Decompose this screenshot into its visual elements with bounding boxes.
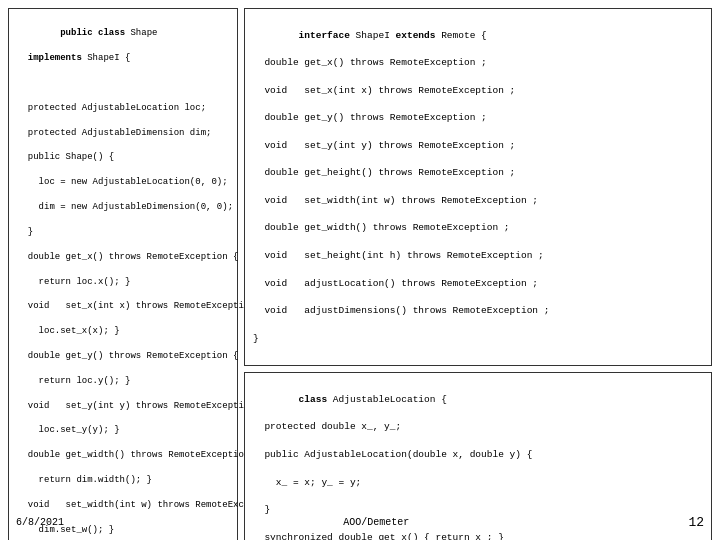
implements-keyword: implements <box>17 53 82 63</box>
footer-slide: 12 <box>688 515 704 530</box>
left-code-box: public class Shape implements ShapeI { p… <box>8 8 238 540</box>
implements-name: ShapeI { <box>82 53 131 63</box>
class-keyword: public class <box>60 28 125 38</box>
right-panel: interface ShapeI extends Remote { double… <box>244 8 712 507</box>
footer-date: 6/8/2021 <box>16 517 64 528</box>
left-panel: public class Shape implements ShapeI { p… <box>8 8 238 507</box>
interface-code-box: interface ShapeI extends Remote { double… <box>244 8 712 366</box>
footer: 6/8/2021 AOO/Demeter 12 <box>8 513 712 532</box>
class-name: Shape <box>125 28 157 38</box>
page: public class Shape implements ShapeI { p… <box>0 0 720 540</box>
interface-title: interface ShapeI extends Remote { <box>299 30 487 41</box>
adj-location-title: class AdjustableLocation { <box>299 394 447 405</box>
footer-course: AOO/Demeter <box>343 517 409 528</box>
main-wrapper: public class Shape implements ShapeI { p… <box>8 8 712 507</box>
